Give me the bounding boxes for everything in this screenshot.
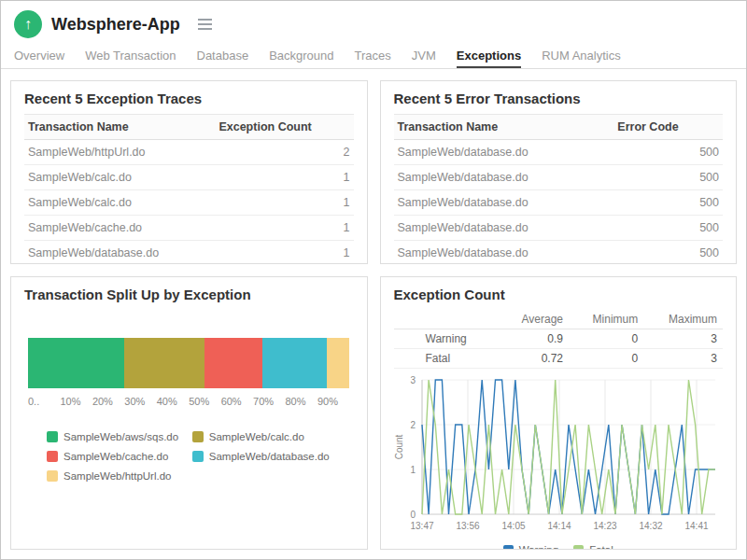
x-tick-label: 13:56 [456,521,479,531]
x-tick-label: 14:41 [684,521,708,531]
panel-title-error-transactions: Recent 5 Error Transactions [394,91,724,106]
legend-item[interactable]: Fatal [573,544,613,550]
axis-tick-label: 20% [92,396,124,407]
legend-label: Fatal [589,544,613,550]
legend-item[interactable]: SampleWeb/aws/sqs.do [47,431,192,442]
stats-header-row: AverageMinimumMaximum [394,310,724,329]
tab-background[interactable]: Background [269,44,333,68]
bar-segment [204,338,262,388]
tab-bar: OverviewWeb TransactionDatabaseBackgroun… [1,44,746,69]
legend-item[interactable]: SampleWeb/database.do [192,451,338,462]
legend-item[interactable]: SampleWeb/calc.do [192,431,338,442]
panel-exception-count: Exception Count AverageMinimumMaximum Wa… [380,276,738,550]
legend-item[interactable]: SampleWeb/httpUrl.do [47,470,192,482]
transaction-name-cell[interactable]: SampleWeb/calc.do [24,165,215,190]
legend-swatch [573,545,584,551]
line-legend: WarningFatal [394,544,724,550]
transaction-name-cell[interactable]: SampleWeb/httpUrl.do [24,140,215,165]
table-row: SampleWeb/cache.do1 [24,216,354,241]
table-row: SampleWeb/database.do500 [394,140,724,165]
tab-rum-analytics[interactable]: RUM Analytics [542,44,621,68]
axis-tick-label: 10% [60,396,92,407]
table-row: SampleWeb/database.do500 [394,241,724,265]
table-header-row: Transaction NameError Code [394,115,724,140]
axis-tick-label: 70% [253,396,285,407]
legend-swatch [47,451,58,462]
stats-value-cell: 3 [643,349,723,369]
x-tick-label: 14:14 [547,521,571,531]
legend-label: SampleWeb/cache.do [63,451,168,462]
stacked-bar-chart [28,338,350,388]
value-cell: 1 [215,190,353,216]
panel-title-exception-traces: Recent 5 Exception Traces [24,91,354,106]
bar-segment [28,338,124,388]
bar-legend: SampleWeb/aws/sqs.doSampleWeb/calc.doSam… [47,431,350,482]
y-axis-label: Count [394,434,404,459]
legend-item[interactable]: SampleWeb/cache.do [47,451,192,462]
x-tick-label: 14:05 [501,521,525,531]
tab-web-transaction[interactable]: Web Transaction [85,44,176,68]
stats-value-cell: 3 [643,329,723,349]
axis-tick-label: 40% [157,396,189,407]
stats-column-header: Average [499,310,569,329]
table-row: SampleWeb/database.do500 [394,216,724,241]
transaction-name-cell[interactable]: SampleWeb/database.do [394,190,614,216]
legend-label: SampleWeb/httpUrl.do [63,470,171,482]
transaction-name-cell[interactable]: SampleWeb/database.do [394,165,614,190]
axis-tick-label: 60% [221,396,253,407]
tab-overview[interactable]: Overview [14,44,64,68]
stats-row-label: Fatal [394,349,500,369]
table-row: SampleWeb/calc.do1 [24,190,354,216]
hamburger-menu-icon[interactable] [195,16,215,33]
tab-database[interactable]: Database [197,44,249,68]
legend-item[interactable]: Warning [503,544,558,550]
stats-corner-cell [394,310,500,329]
value-cell: 500 [613,140,723,165]
transaction-name-cell[interactable]: SampleWeb/database.do [24,241,215,265]
y-tick-label: 1 [410,465,416,475]
panel-error-transactions: Recent 5 Error Transactions Transaction … [380,80,738,264]
table-row: SampleWeb/database.do1 [24,241,354,265]
axis-tick-label: 0.. [28,396,60,407]
value-cell: 500 [613,165,723,190]
value-cell: 500 [613,241,723,265]
transaction-name-cell[interactable]: SampleWeb/database.do [394,241,614,265]
legend-swatch [47,431,58,442]
y-tick-label: 2 [410,420,416,430]
y-tick-label: 0 [410,510,416,520]
y-tick-label: 3 [410,375,416,385]
transaction-name-cell[interactable]: SampleWeb/calc.do [24,190,215,216]
error-transactions-table: Transaction NameError Code SampleWeb/dat… [394,114,724,264]
stats-row-label: Warning [394,329,500,349]
stats-value-cell: 0 [569,349,643,369]
line-chart-wrap: 012313:4713:5614:0514:1414:2314:3214:41C… [394,372,724,544]
panel-title-transaction-split: Transaction Split Up by Exception [24,287,354,302]
legend-swatch [192,451,204,462]
stats-row: Warning0.903 [394,329,724,349]
column-header: Error Code [613,115,723,140]
tab-traces[interactable]: Traces [355,44,391,68]
axis-tick-label: 80% [286,396,317,407]
stats-column-header: Maximum [643,310,723,329]
x-tick-label: 13:47 [410,521,433,531]
transaction-name-cell[interactable]: SampleWeb/cache.do [24,216,215,241]
stats-value-cell: 0.72 [499,349,569,369]
column-header: Transaction Name [394,115,614,140]
column-header: Exception Count [215,115,353,140]
exception-traces-table: Transaction NameException Count SampleWe… [24,114,354,264]
stats-value-cell: 0.9 [499,329,569,349]
stats-row: Fatal0.7203 [394,349,724,369]
axis-tick-label: 50% [189,396,220,407]
panel-transaction-split: Transaction Split Up by Exception 0..10%… [10,276,368,550]
page-title: Websphere-App [51,15,180,35]
panel-exception-traces: Recent 5 Exception Traces Transaction Na… [10,80,368,264]
transaction-name-cell[interactable]: SampleWeb/database.do [394,140,614,165]
panels-grid: Recent 5 Exception Traces Transaction Na… [1,69,746,550]
tab-exceptions[interactable]: Exceptions [457,44,521,68]
app-header: ↑ Websphere-App [1,1,746,44]
tab-jvm[interactable]: JVM [412,44,436,68]
monitor-status-icon: ↑ [14,10,42,38]
transaction-name-cell[interactable]: SampleWeb/database.do [394,216,614,241]
column-header: Transaction Name [24,115,215,140]
table-row: SampleWeb/database.do500 [394,190,724,216]
